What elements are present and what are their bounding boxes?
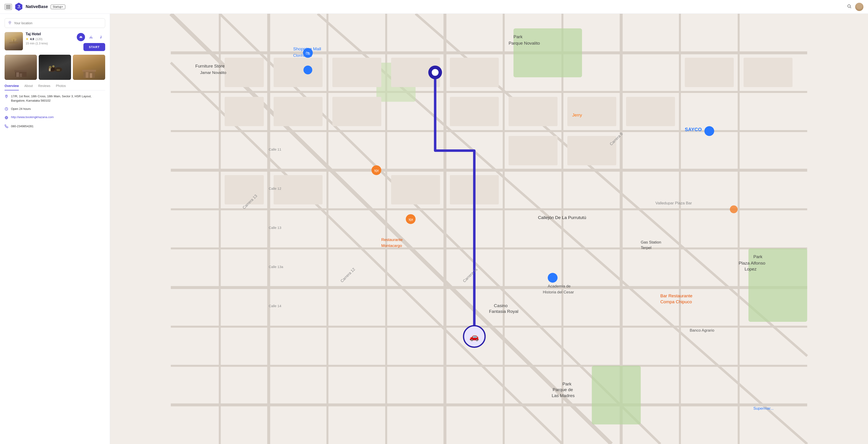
- tab-photos[interactable]: Photos: [56, 84, 66, 91]
- map-container[interactable]: 🚗 🛍 🍽 🍽 Shopping Mall Clonhadas Jerry Re…: [110, 14, 868, 444]
- svg-rect-65: [274, 97, 322, 126]
- svg-rect-76: [626, 97, 675, 126]
- svg-text:Calle 11: Calle 11: [269, 147, 281, 151]
- svg-text:Compa Chipuco: Compa Chipuco: [660, 299, 692, 304]
- walk-transport-button[interactable]: [97, 33, 105, 41]
- hotel-card: Taj Hotel ★ 4.9 (120) 15 min (1.3 kms): [5, 32, 105, 51]
- svg-text:Calle 12: Calle 12: [269, 186, 281, 191]
- svg-rect-67: [450, 97, 499, 126]
- hotel-thumbnail: [5, 32, 23, 50]
- address-text: 17/R, 1st floor, 18th Cross, 18th Main, …: [11, 94, 105, 103]
- svg-text:</>: </>: [18, 7, 21, 9]
- svg-rect-68: [508, 97, 558, 126]
- hotel-rating: ★ 4.9 (120): [26, 37, 74, 41]
- phone-icon: [5, 125, 8, 129]
- svg-rect-70: [224, 175, 264, 204]
- svg-rect-56: [748, 248, 807, 321]
- brand-name: NativeBase: [26, 4, 48, 9]
- search-button[interactable]: [847, 4, 851, 10]
- svg-rect-23: [82, 70, 96, 72]
- svg-text:Casino: Casino: [494, 303, 507, 308]
- svg-point-1: [847, 5, 850, 7]
- svg-rect-24: [86, 72, 88, 78]
- svg-rect-59: [224, 58, 264, 87]
- bike-transport-button[interactable]: [87, 33, 95, 41]
- svg-point-124: [730, 205, 738, 213]
- svg-point-127: [548, 273, 558, 283]
- svg-point-17: [49, 66, 52, 69]
- svg-text:Restaurante: Restaurante: [381, 238, 403, 242]
- svg-text:Valledupar Plaza Bar: Valledupar Plaza Bar: [655, 201, 692, 205]
- svg-text:Park: Park: [514, 34, 523, 39]
- svg-text:Montacargo: Montacargo: [381, 243, 402, 248]
- hotel-distance: 15 min (1.3 kms): [26, 42, 74, 45]
- web-icon: [5, 116, 8, 121]
- svg-rect-12: [14, 70, 27, 72]
- star-icon: ★: [26, 37, 29, 41]
- svg-rect-21: [57, 69, 60, 71]
- tab-about[interactable]: About: [24, 84, 33, 91]
- plan-badge: Startup+: [51, 5, 65, 9]
- svg-point-89: [704, 126, 714, 136]
- tab-overview[interactable]: Overview: [5, 84, 19, 91]
- svg-text:Banco Agrario: Banco Agrario: [690, 328, 714, 333]
- svg-text:Callejón De La Purrututú: Callejón De La Purrututú: [538, 215, 586, 220]
- svg-text:Parque Novalito: Parque Novalito: [508, 41, 540, 45]
- svg-text:Calle 13a: Calle 13a: [269, 265, 283, 269]
- svg-rect-74: [508, 136, 558, 165]
- svg-text:🍽: 🍽: [374, 169, 378, 173]
- svg-rect-19: [49, 68, 51, 71]
- svg-text:Plaza Alfonso: Plaza Alfonso: [739, 261, 765, 266]
- svg-text:🍽: 🍽: [409, 218, 413, 222]
- svg-rect-13: [16, 72, 19, 77]
- svg-text:Lopez: Lopez: [744, 267, 756, 271]
- svg-text:Gas Station: Gas Station: [641, 240, 661, 244]
- hours-detail: Open 24 hours: [5, 107, 105, 112]
- clock-icon: [5, 107, 8, 112]
- location-input-wrapper: [5, 18, 105, 28]
- map-svg: 🚗 🛍 🍽 🍽 Shopping Mall Clonhadas Jerry Re…: [110, 14, 868, 444]
- phone-detail: 080-2349854281: [5, 124, 105, 129]
- svg-text:Shopping Mall: Shopping Mall: [293, 46, 321, 51]
- phone-text: 080-2349854281: [11, 124, 33, 129]
- svg-point-122: [303, 65, 312, 74]
- svg-rect-77: [685, 58, 734, 87]
- svg-text:Historia del Cesar: Historia del Cesar: [543, 290, 574, 294]
- location-input[interactable]: [14, 21, 102, 25]
- svg-text:Clonhadas: Clonhadas: [293, 53, 312, 58]
- svg-rect-78: [744, 58, 793, 87]
- svg-rect-6: [13, 39, 14, 42]
- svg-rect-60: [274, 58, 322, 87]
- rating-count: (120): [35, 37, 42, 41]
- svg-text:SAYCO: SAYCO: [685, 127, 702, 132]
- svg-text:Calle 14: Calle 14: [269, 304, 281, 308]
- start-navigation-button[interactable]: START: [84, 43, 105, 51]
- svg-point-7: [90, 38, 91, 38]
- svg-rect-64: [224, 97, 264, 126]
- gallery-photo-2: [39, 55, 71, 80]
- hotel-info: Taj Hotel ★ 4.9 (120) 15 min (1.3 kms): [26, 32, 74, 45]
- map-background: 🚗 🛍 🍽 🍽 Shopping Mall Clonhadas Jerry Re…: [110, 14, 868, 444]
- rating-number: 4.9: [30, 37, 34, 41]
- tab-reviews[interactable]: Reviews: [38, 84, 51, 91]
- address-icon: [5, 95, 8, 99]
- gallery-photo-3: [73, 55, 105, 80]
- brand-logo-icon: </>: [15, 3, 23, 11]
- main-layout: Taj Hotel ★ 4.9 (120) 15 min (1.3 kms): [0, 14, 868, 444]
- hours-text: Open 24 hours: [11, 107, 31, 111]
- location-icon: [8, 21, 12, 25]
- hamburger-menu[interactable]: [5, 4, 12, 10]
- avatar-image: [855, 3, 863, 11]
- svg-text:Las Madres: Las Madres: [552, 393, 575, 398]
- svg-point-3: [9, 22, 10, 23]
- svg-text:Parque de: Parque de: [553, 387, 573, 392]
- avatar[interactable]: [855, 3, 863, 11]
- svg-text:Supermar...: Supermar...: [753, 406, 774, 411]
- svg-point-10: [101, 36, 101, 36]
- website-link[interactable]: http://www.bookingkhazana.com: [11, 115, 54, 119]
- svg-text:🚗: 🚗: [469, 332, 479, 341]
- svg-rect-57: [592, 366, 641, 424]
- hotel-name: Taj Hotel: [26, 32, 74, 36]
- car-transport-button[interactable]: [77, 33, 85, 41]
- hotel-thumb-image: [5, 32, 23, 50]
